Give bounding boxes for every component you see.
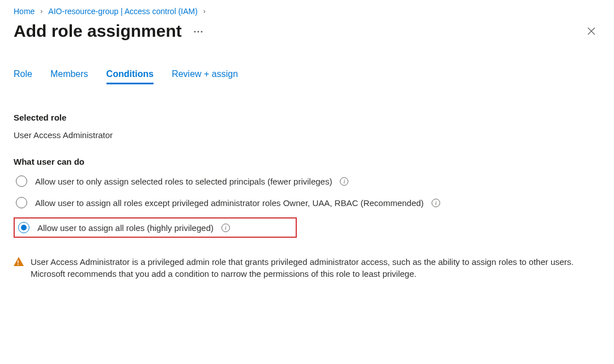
option-all-roles-highly-privileged[interactable]: Allow user to assign all roles (highly p…	[14, 217, 297, 238]
option-all-except-privileged[interactable]: Allow user to assign all roles except pr…	[14, 196, 600, 209]
what-user-can-do-options: Allow user to only assign selected roles…	[14, 174, 600, 238]
tab-review-assign[interactable]: Review + assign	[172, 69, 238, 84]
title-row: Add role assignment ⋯	[14, 22, 600, 41]
page-title: Add role assignment ⋯	[14, 22, 204, 41]
info-icon[interactable]: i	[340, 177, 348, 186]
info-icon[interactable]: i	[221, 224, 230, 232]
breadcrumb: Home › AIO-resource-group | Access contr…	[14, 7, 600, 16]
tab-conditions[interactable]: Conditions	[106, 69, 154, 84]
close-button[interactable]	[582, 22, 600, 40]
selected-role-value: User Access Administrator	[14, 130, 600, 140]
privilege-warning-alert: User Access Administrator is a privilege…	[14, 256, 600, 280]
option-label: Allow user to assign all roles except pr…	[35, 198, 424, 208]
breadcrumb-resource[interactable]: AIO-resource-group | Access control (IAM…	[48, 7, 198, 16]
breadcrumb-home[interactable]: Home	[14, 7, 35, 16]
what-user-can-do-label: What user can do	[14, 157, 600, 166]
more-menu-button[interactable]: ⋯	[193, 25, 204, 37]
radio-icon[interactable]	[16, 197, 27, 208]
close-icon	[587, 27, 596, 36]
alert-text: User Access Administrator is a privilege…	[31, 256, 597, 280]
page-title-text: Add role assignment	[14, 22, 182, 41]
warning-icon	[14, 257, 24, 266]
option-label: Allow user to only assign selected roles…	[35, 177, 332, 186]
tab-role[interactable]: Role	[14, 69, 32, 84]
radio-icon[interactable]	[18, 222, 29, 233]
option-label: Allow user to assign all roles (highly p…	[37, 223, 214, 233]
info-icon[interactable]: i	[432, 199, 440, 207]
tab-members[interactable]: Members	[50, 69, 88, 84]
radio-icon[interactable]	[16, 175, 27, 187]
chevron-right-icon: ›	[40, 7, 42, 15]
tabs: Role Members Conditions Review + assign	[14, 69, 600, 84]
selected-role-label: Selected role	[14, 113, 600, 122]
chevron-right-icon: ›	[203, 7, 206, 15]
option-fewer-privileges[interactable]: Allow user to only assign selected roles…	[14, 174, 600, 188]
